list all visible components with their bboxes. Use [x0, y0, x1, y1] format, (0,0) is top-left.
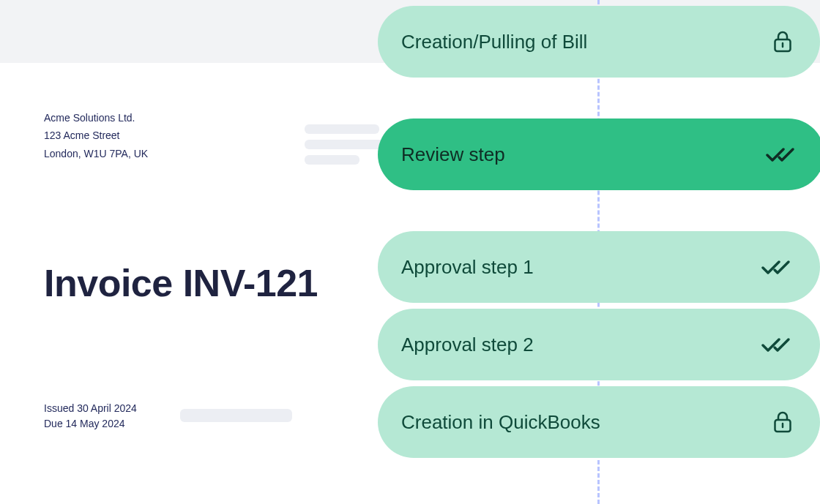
workflow-step-creation[interactable]: Creation/Pulling of Bill [378, 6, 820, 78]
step-label: Creation/Pulling of Bill [401, 31, 587, 53]
dates-block: Issued 30 April 2024 Due 14 May 2024 [44, 401, 137, 432]
workflow-step-approval-2[interactable]: Approval step 2 [378, 309, 820, 380]
skeleton-placeholder-group [305, 124, 388, 170]
workflow-step-review[interactable]: Review step [378, 119, 820, 190]
double-check-icon [761, 336, 792, 353]
step-label: Review step [401, 143, 505, 166]
skeleton-line [305, 124, 379, 134]
skeleton-line [305, 140, 388, 149]
lock-icon [773, 31, 792, 53]
workflow-step-quickbooks[interactable]: Creation in QuickBooks [378, 386, 820, 458]
due-date: Due 14 May 2024 [44, 416, 137, 432]
step-label: Approval step 2 [401, 334, 534, 356]
step-label: Approval step 1 [401, 256, 534, 279]
skeleton-line [180, 409, 292, 422]
lock-icon [773, 411, 792, 433]
skeleton-line [305, 155, 359, 165]
double-check-icon [766, 146, 797, 163]
workflow-step-approval-1[interactable]: Approval step 1 [378, 231, 820, 303]
workflow-track: Creation/Pulling of Bill Review step App… [378, 0, 820, 504]
double-check-icon [761, 258, 792, 276]
issued-date: Issued 30 April 2024 [44, 401, 137, 417]
step-label: Creation in QuickBooks [401, 411, 600, 434]
